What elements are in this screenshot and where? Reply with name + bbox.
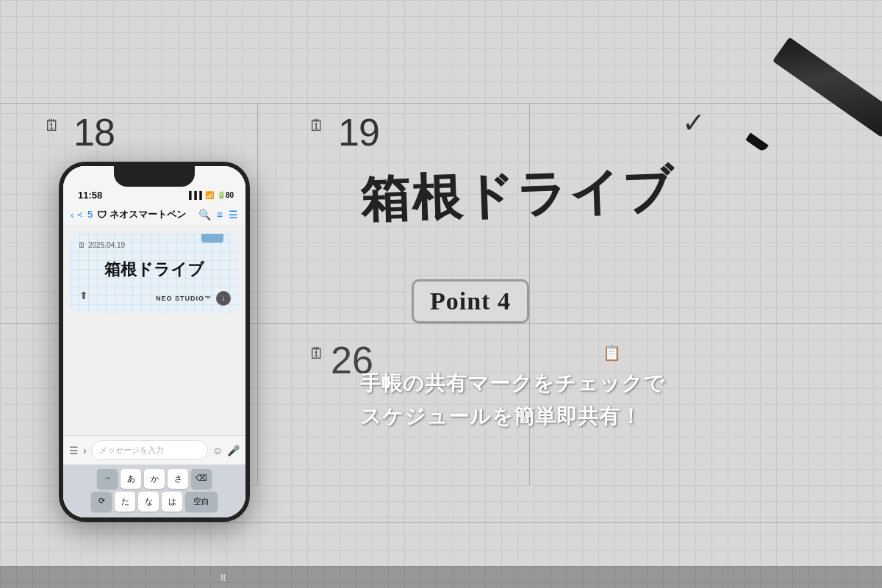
signal-icon: ▐▐▐	[187, 191, 202, 199]
kb-key-a[interactable]: あ	[121, 469, 141, 489]
cal-line-v1	[257, 103, 258, 485]
search-icon[interactable]: 🔍	[198, 209, 211, 220]
message-input[interactable]: メッセージを入力	[91, 440, 208, 460]
note-card-footer: NEO STUDIO™ ↓	[78, 291, 231, 306]
mic-icon[interactable]: 🎤	[227, 445, 240, 456]
kb-key-arrow-right[interactable]: →	[97, 469, 118, 489]
arrow-icon[interactable]: ›	[83, 445, 87, 456]
kb-key-sa[interactable]: さ	[168, 469, 188, 489]
cal-icon-19: 🗓	[309, 116, 325, 135]
menu-input-icon[interactable]: ☰	[69, 445, 79, 456]
emoji-icon[interactable]: ☺	[212, 445, 223, 456]
note-tab	[201, 234, 223, 243]
cal-date-18: 18	[74, 110, 115, 154]
note-handwriting: 箱根ドライブ	[78, 252, 231, 287]
description-line2: スケジュールを簡単即共有！	[360, 401, 665, 434]
cal-icon-26: 🗓	[309, 344, 325, 363]
kb-key-na[interactable]: な	[138, 492, 159, 512]
kb-key-backspace[interactable]: ⌫	[191, 469, 212, 489]
neo-logo: NEO STUDIO™	[156, 295, 212, 302]
pen-element	[720, 96, 882, 213]
msg-content: 🗓 2025.04.19 箱根ドライブ ⬆ NEO STUDIO™ ↓	[63, 226, 245, 435]
description-text: 手帳の共有マークをチェックで スケジュールを簡単即共有！	[360, 368, 665, 434]
kb-row-1: → あ か さ ⌫	[66, 469, 243, 489]
phone-mockup: 11:58 ▐▐▐ 📶 🔋80 ‹ ＜ 5 🛡 ネオスマートペン	[59, 162, 250, 522]
kb-key-ka[interactable]: か	[144, 469, 165, 489]
battery-icon: 🔋80	[217, 191, 234, 199]
nav-icons[interactable]: 🔍 ≡ ☰	[198, 209, 238, 220]
handwritten-text-large: 箱根ドライブ	[359, 157, 676, 234]
bottom-text-label: It	[220, 572, 226, 583]
phone-screen: 11:58 ▐▐▐ 📶 🔋80 ‹ ＜ 5 🛡 ネオスマートペン	[63, 166, 245, 517]
cal-line-bot	[0, 522, 882, 523]
description-line1: 手帳の共有マークをチェックで	[360, 368, 665, 401]
back-icon: ‹	[71, 209, 74, 220]
nav-back[interactable]: ‹ ＜ 5	[71, 208, 93, 221]
kb-key-ha[interactable]: は	[162, 492, 182, 512]
cal-icon-18: 🗓	[44, 116, 60, 135]
note-card: 🗓 2025.04.19 箱根ドライブ ⬆ NEO STUDIO™ ↓	[71, 234, 238, 313]
cal-icon-right: 📋	[603, 344, 621, 362]
status-icons: ▐▐▐ 📶 🔋80	[187, 191, 234, 199]
point-badge: Point 4	[412, 279, 529, 323]
nav-title: 🛡 ネオスマートペン	[97, 208, 194, 221]
app-nav: ‹ ＜ 5 🛡 ネオスマートペン 🔍 ≡ ☰	[63, 204, 245, 226]
status-time: 11:58	[78, 190, 102, 201]
pen-tip	[745, 132, 768, 152]
msg-input-bar: ☰ › メッセージを入力 ☺ 🎤	[63, 435, 245, 465]
wifi-icon: 📶	[205, 191, 214, 199]
download-button[interactable]: ↓	[216, 291, 231, 306]
menu-icon[interactable]: ☰	[229, 209, 238, 220]
bottom-text-bar: It	[0, 566, 882, 588]
share-icon[interactable]: ⬆	[79, 290, 88, 301]
kb-key-undo[interactable]: ⟳	[91, 492, 112, 512]
shield-icon: 🛡	[97, 209, 107, 220]
kb-key-ta[interactable]: た	[115, 492, 135, 512]
keyboard: → あ か さ ⌫ ⟳ た な は 空白	[63, 465, 245, 517]
phone-notch	[114, 166, 195, 187]
list-icon[interactable]: ≡	[217, 209, 223, 220]
calendar-icon-note: 🗓	[78, 241, 85, 249]
cal-date-19: 19	[338, 110, 379, 154]
checkmark: ✓	[682, 107, 706, 139]
kb-row-2: ⟳ た な は 空白	[66, 492, 243, 512]
kb-key-space[interactable]: 空白	[185, 492, 218, 512]
background-planner: 🗓 18 🗓 19 ✓ 箱根ドライブ 🗓 26 📋 Point 4 手帳の共有マ…	[0, 0, 882, 588]
